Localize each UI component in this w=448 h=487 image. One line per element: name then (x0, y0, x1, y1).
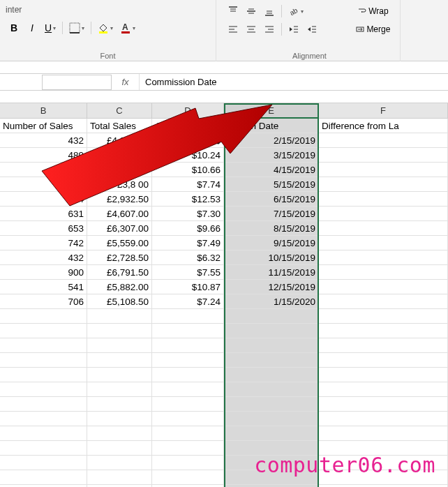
cell[interactable]: 3/15/2019 (224, 148, 319, 163)
cell[interactable] (319, 382, 448, 397)
cell[interactable]: 12/15/2019 (224, 280, 319, 294)
cell[interactable]: 6/15/2019 (224, 192, 319, 207)
cell[interactable] (0, 441, 87, 456)
cell[interactable] (87, 368, 152, 382)
fx-label[interactable]: fx (112, 74, 140, 90)
cell[interactable] (87, 338, 152, 353)
cell[interactable]: Average Sale (152, 119, 224, 133)
cell[interactable]: $7.30 (152, 207, 224, 221)
cell[interactable] (224, 353, 319, 368)
cell[interactable] (152, 324, 224, 338)
cell[interactable]: 631 (0, 207, 87, 221)
cell[interactable]: 234 (0, 192, 87, 207)
cell[interactable]: 489 (0, 148, 87, 163)
cell[interactable]: 900 (0, 265, 87, 280)
cell[interactable]: 11/15/2019 (224, 265, 319, 280)
align-center-button[interactable] (243, 22, 260, 37)
cell[interactable]: £5,559.00 (87, 236, 152, 250)
cell[interactable]: Total Sales (87, 119, 152, 133)
cell[interactable] (152, 456, 224, 470)
cell[interactable]: Number of Sales (0, 119, 87, 133)
cell[interactable]: $10.87 (152, 280, 224, 294)
cell[interactable] (319, 280, 448, 294)
cell[interactable]: $ (152, 133, 224, 148)
cell[interactable] (224, 397, 319, 412)
cell[interactable] (0, 470, 87, 485)
cell[interactable] (224, 324, 319, 338)
column-header-C[interactable]: C (87, 103, 152, 119)
cell[interactable]: $10.66 (152, 163, 224, 177)
cell[interactable] (319, 353, 448, 368)
cell[interactable]: £2,728.50 (87, 250, 152, 265)
cell[interactable]: $10.24 (152, 148, 224, 163)
cell[interactable] (224, 368, 319, 382)
cell[interactable]: 432 (0, 250, 87, 265)
cell[interactable] (319, 412, 448, 426)
cell[interactable] (152, 441, 224, 456)
cell[interactable]: 2/15/2019 (224, 133, 319, 148)
cell[interactable] (87, 412, 152, 426)
cell[interactable] (152, 426, 224, 441)
wrap-text-button[interactable]: Wrap (352, 3, 394, 19)
cell[interactable] (87, 397, 152, 412)
cell[interactable]: 795 (0, 163, 87, 177)
column-header-B[interactable]: B (0, 103, 87, 119)
cell[interactable] (87, 309, 152, 324)
cell[interactable]: 706 (0, 294, 87, 309)
cell[interactable]: £5,006.50 (87, 148, 152, 163)
cell[interactable]: £4,026.00 (87, 133, 152, 148)
cell[interactable]: 10/15/2019 (224, 250, 319, 265)
align-middle-button[interactable] (243, 3, 260, 19)
cell[interactable] (319, 309, 448, 324)
cell[interactable]: 742 (0, 236, 87, 250)
cell[interactable] (0, 412, 87, 426)
name-box[interactable] (42, 75, 112, 90)
cell[interactable] (0, 309, 87, 324)
cell[interactable]: £8,474.50 (87, 163, 152, 177)
cell[interactable]: 5/15/2019 (224, 177, 319, 192)
cell[interactable] (319, 192, 448, 207)
cell[interactable]: 9/15/2019 (224, 236, 319, 250)
cell[interactable]: $6.32 (152, 250, 224, 265)
column-header-F[interactable]: F (319, 103, 448, 119)
cell[interactable] (319, 177, 448, 192)
cell[interactable]: 501 (0, 177, 87, 192)
orientation-button[interactable]: ab▾ (285, 3, 306, 19)
merge-button[interactable]: Merge (352, 22, 394, 37)
font-color-button[interactable]: A ▾ (117, 20, 138, 36)
cell[interactable]: $7.49 (152, 236, 224, 250)
cell[interactable] (0, 338, 87, 353)
cell[interactable] (319, 207, 448, 221)
spreadsheet-grid[interactable]: BCDEF Number of SalesTotal SalesAverage … (0, 103, 448, 487)
cell[interactable] (152, 470, 224, 485)
cell[interactable] (319, 163, 448, 177)
cell[interactable]: £3,8 00 (87, 177, 152, 192)
cell[interactable]: 653 (0, 221, 87, 236)
cell[interactable]: 8/15/2019 (224, 221, 319, 236)
decrease-indent-button[interactable] (285, 22, 302, 37)
cell[interactable] (224, 426, 319, 441)
cell[interactable] (152, 368, 224, 382)
cell[interactable] (152, 397, 224, 412)
cell[interactable] (152, 382, 224, 397)
cell[interactable] (0, 368, 87, 382)
cell[interactable] (0, 426, 87, 441)
cell[interactable]: $9.66 (152, 221, 224, 236)
cell[interactable]: $12.53 (152, 192, 224, 207)
border-button[interactable]: ▾ (66, 20, 87, 36)
increase-indent-button[interactable] (304, 22, 320, 37)
cell[interactable]: £5,882.00 (87, 280, 152, 294)
cell[interactable] (319, 368, 448, 382)
cell[interactable]: 7/15/2019 (224, 207, 319, 221)
cell[interactable]: 541 (0, 280, 87, 294)
align-right-button[interactable] (261, 22, 278, 37)
cell[interactable] (319, 294, 448, 309)
italic-button[interactable]: I (24, 20, 40, 36)
cell[interactable] (87, 324, 152, 338)
cell[interactable] (224, 412, 319, 426)
cell[interactable]: $7.74 (152, 177, 224, 192)
cell[interactable] (0, 456, 87, 470)
cell[interactable]: 432 (0, 133, 87, 148)
cell[interactable] (0, 324, 87, 338)
formula-input[interactable] (140, 75, 448, 90)
